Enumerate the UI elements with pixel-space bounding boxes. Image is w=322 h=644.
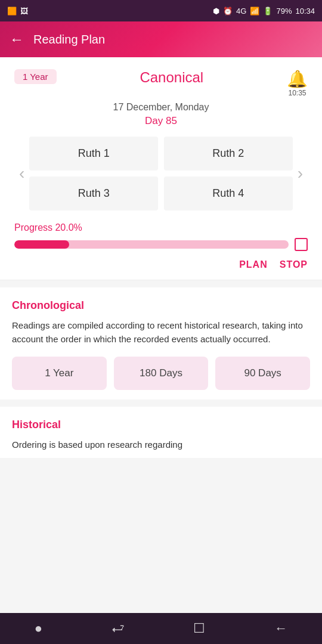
chapters-grid: Ruth 1 Ruth 2 Ruth 3 Ruth 4 — [29, 137, 292, 210]
status-right-icons: ⬢ ⏰ 4G 📶 🔋 79% 10:34 — [213, 7, 315, 16]
nav-recent-icon[interactable]: ⮐ — [112, 621, 125, 636]
bell-container: 🔔 10:35 — [287, 69, 308, 97]
duration-180days[interactable]: 180 Days — [114, 357, 209, 390]
status-bar: 🟧 🖼 ⬢ ⏰ 4G 📶 🔋 79% 10:34 — [0, 0, 322, 21]
historical-title: Historical — [12, 419, 310, 431]
historical-description: Ordering is based upon research regardin… — [12, 438, 310, 452]
canonical-card: 1 Year Canonical 🔔 10:35 17 December, Mo… — [0, 57, 322, 280]
chapters-container: ‹ Ruth 1 Ruth 2 Ruth 3 Ruth 4 › — [14, 137, 308, 210]
app-bar: ← Reading Plan — [0, 21, 322, 57]
chapter-ruth1[interactable]: Ruth 1 — [29, 137, 158, 171]
duration-1year[interactable]: 1 Year — [12, 357, 107, 390]
chapter-ruth2[interactable]: Ruth 2 — [164, 137, 293, 171]
duration-buttons: 1 Year 180 Days 90 Days — [12, 357, 310, 390]
main-content: 1 Year Canonical 🔔 10:35 17 December, Mo… — [0, 57, 322, 496]
duration-90days[interactable]: 90 Days — [215, 357, 310, 390]
day-text: Day 85 — [14, 115, 308, 127]
year-badge[interactable]: 1 Year — [14, 69, 57, 84]
bell-time: 10:35 — [288, 89, 306, 97]
chronological-card: Chronological Readings are compiled acco… — [0, 287, 322, 400]
progress-bar-bg — [14, 240, 289, 249]
chapter-ruth3[interactable]: Ruth 3 — [29, 177, 158, 210]
network-4g-icon: 4G — [236, 7, 246, 16]
bottom-nav: ● ⮐ ☐ ← — [0, 613, 322, 644]
canonical-title: Canonical — [57, 69, 287, 86]
nav-overview-icon[interactable]: ☐ — [193, 621, 205, 636]
progress-label: Progress 20.0% — [14, 222, 308, 233]
app-icon-1: 🟧 — [7, 7, 17, 16]
status-left-icons: 🟧 🖼 — [7, 7, 28, 16]
progress-section: Progress 20.0% — [14, 222, 308, 251]
next-arrow[interactable]: › — [293, 164, 308, 183]
chapter-ruth4[interactable]: Ruth 4 — [164, 177, 293, 210]
chronological-description: Readings are compiled according to recen… — [12, 319, 310, 346]
prev-arrow[interactable]: ‹ — [14, 164, 29, 183]
battery-level: 79% — [276, 7, 292, 16]
back-button[interactable]: ← — [10, 31, 24, 48]
app-icon-2: 🖼 — [20, 7, 28, 16]
bell-icon[interactable]: 🔔 — [287, 69, 308, 89]
battery-icon: 🔋 — [263, 7, 273, 16]
stop-button[interactable]: STOP — [280, 259, 308, 270]
plan-button[interactable]: PLAN — [239, 259, 268, 270]
historical-card: Historical Ordering is based upon resear… — [0, 407, 322, 458]
chronological-title: Chronological — [12, 299, 310, 312]
bluetooth-icon: ⬢ — [213, 7, 219, 16]
date-text: 17 December, Monday — [14, 102, 308, 113]
canonical-header: 1 Year Canonical 🔔 10:35 — [14, 69, 308, 97]
nav-home-icon[interactable]: ● — [35, 621, 42, 636]
app-bar-title: Reading Plan — [33, 33, 105, 47]
progress-checkbox[interactable] — [295, 238, 308, 251]
progress-row — [14, 238, 308, 251]
signal-icon: 📶 — [250, 7, 259, 16]
alarm-icon: ⏰ — [223, 7, 233, 16]
progress-bar-fill — [14, 240, 69, 249]
actions-row: PLAN STOP — [14, 259, 308, 270]
nav-back-icon[interactable]: ← — [274, 621, 287, 636]
status-time: 10:34 — [295, 7, 315, 16]
